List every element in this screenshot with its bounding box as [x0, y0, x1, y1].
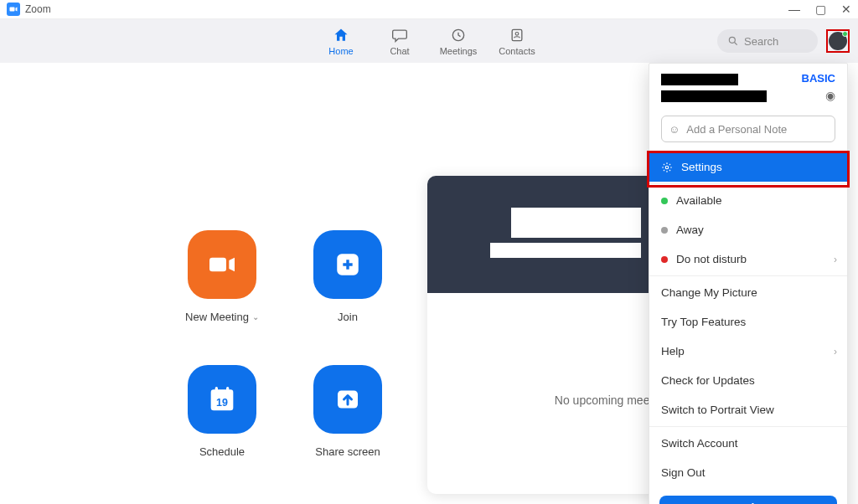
menu-item-switch-account[interactable]: Switch Account — [649, 429, 847, 458]
menu-item-portrait-view[interactable]: Switch to Portrait View — [649, 395, 847, 424]
nav-tab-chat-label: Chat — [390, 46, 409, 56]
svg-point-13 — [665, 166, 669, 169]
gear-icon — [661, 162, 673, 173]
profile-avatar-button[interactable] — [829, 32, 847, 50]
zoom-app-icon — [7, 3, 20, 16]
menu-item-available[interactable]: Available — [649, 186, 847, 215]
personal-note-input[interactable]: ☺ Add a Personal Note — [661, 116, 835, 142]
presence-dot-icon — [842, 31, 848, 37]
svg-point-4 — [729, 37, 735, 43]
redacted-email — [661, 90, 767, 102]
schedule-label: Schedule — [199, 445, 245, 458]
nav-tabs: Home Chat Meetings Contacts — [312, 26, 546, 56]
svg-rect-9 — [215, 387, 218, 393]
nav-tab-contacts-label: Contacts — [499, 46, 535, 56]
status-dot-dnd-icon — [661, 256, 668, 263]
redacted-block — [490, 243, 641, 258]
redacted-block — [511, 208, 641, 238]
menu-item-away[interactable]: Away — [649, 215, 847, 244]
nav-tab-home-label: Home — [328, 46, 353, 56]
personal-note-placeholder: Add a Personal Note — [686, 123, 787, 136]
nav-tab-meetings-label: Meetings — [440, 46, 478, 56]
contacts-icon — [509, 26, 525, 44]
divider — [649, 183, 847, 184]
status-dot-away-icon — [661, 227, 668, 234]
eye-icon[interactable]: ◉ — [825, 89, 835, 102]
home-icon — [333, 26, 349, 44]
nav-tab-home[interactable]: Home — [312, 26, 370, 56]
smile-icon: ☺ — [669, 123, 680, 136]
join-label: Join — [338, 311, 358, 323]
menu-item-change-picture[interactable]: Change My Picture — [649, 278, 847, 307]
menu-item-top-features[interactable]: Try Top Features — [649, 307, 847, 337]
close-button[interactable]: ✕ — [841, 3, 851, 16]
top-toolbar: Home Chat Meetings Contacts Search — [0, 19, 858, 63]
nav-tab-contacts[interactable]: Contacts — [488, 26, 546, 56]
svg-rect-5 — [209, 258, 226, 272]
video-icon — [205, 248, 239, 281]
search-placeholder: Search — [744, 35, 778, 48]
clock-icon — [450, 26, 467, 44]
search-icon — [727, 35, 739, 47]
svg-rect-0 — [10, 8, 15, 12]
chevron-right-icon: › — [834, 254, 837, 265]
maximize-button[interactable]: ▢ — [815, 3, 826, 16]
menu-item-help[interactable]: Help › — [649, 337, 847, 366]
svg-rect-10 — [226, 387, 229, 393]
new-meeting-button[interactable] — [188, 230, 256, 299]
divider — [649, 275, 847, 276]
divider — [649, 426, 847, 427]
svg-point-3 — [515, 33, 519, 36]
window-title: Zoom — [25, 3, 51, 15]
svg-text:19: 19 — [216, 397, 228, 409]
search-input[interactable]: Search — [717, 29, 818, 53]
chevron-right-icon: › — [834, 346, 837, 357]
chat-icon — [391, 26, 408, 44]
profile-avatar-highlight — [826, 29, 850, 53]
redacted-username — [661, 74, 738, 85]
nav-tab-meetings[interactable]: Meetings — [429, 26, 488, 56]
status-dot-available-icon — [661, 198, 668, 204]
schedule-button[interactable]: 19 — [188, 365, 256, 434]
profile-dropdown: BASIC ◉ ☺ Add a Personal Note Settings A… — [649, 63, 848, 504]
share-screen-button[interactable] — [313, 365, 382, 434]
plan-badge: BASIC — [802, 72, 835, 85]
menu-item-dnd[interactable]: Do not disturb › — [649, 244, 847, 274]
chevron-down-icon: ⌄ — [252, 312, 259, 321]
new-meeting-label[interactable]: New Meeting ⌄ — [185, 311, 259, 323]
join-button[interactable] — [313, 230, 382, 299]
buy-license-button[interactable]: Buy a License — [659, 496, 837, 504]
nav-tab-chat[interactable]: Chat — [370, 26, 429, 56]
menu-item-check-updates[interactable]: Check for Updates — [649, 366, 847, 395]
minimize-button[interactable]: — — [788, 3, 800, 16]
calendar-icon: 19 — [205, 383, 239, 416]
action-tiles: New Meeting ⌄ Join 19 Schedule — [159, 230, 411, 458]
share-up-icon — [333, 384, 363, 414]
menu-item-sign-out[interactable]: Sign Out — [649, 458, 847, 487]
plus-icon — [333, 250, 362, 279]
menu-item-settings[interactable]: Settings — [649, 152, 847, 182]
window-titlebar: Zoom — ▢ ✕ — [0, 0, 858, 19]
main-content: No upcoming meetings today New Meeting ⌄… — [0, 63, 858, 504]
dropdown-profile-header: BASIC ◉ — [649, 64, 847, 109]
share-screen-label: Share screen — [315, 445, 380, 458]
